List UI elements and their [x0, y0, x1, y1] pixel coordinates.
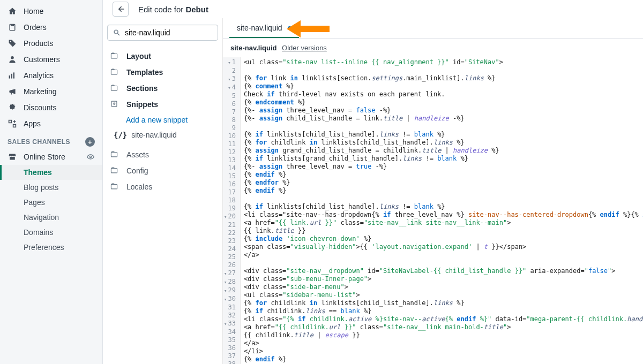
code-content[interactable]: <ul class="site-nav list--inline {{ nav_…: [241, 57, 643, 364]
nav-navigation[interactable]: Navigation: [0, 210, 102, 225]
svg-point-7: [89, 156, 91, 157]
folder-icon: [110, 52, 119, 60]
folder-sections[interactable]: Sections: [107, 80, 218, 96]
tab-label: site-nav.liquid: [237, 24, 282, 32]
folder-icon: [110, 166, 119, 175]
add-channel-button[interactable]: +: [85, 137, 95, 147]
svg-rect-15: [111, 169, 117, 173]
page-title: Edit code for Debut: [138, 5, 208, 14]
crumb-file: site-nav.liquid: [230, 44, 276, 52]
nav-domains[interactable]: Domains: [0, 225, 102, 240]
add-snippet-link[interactable]: Add a new snippet: [107, 112, 218, 127]
nav-label: Discounts: [24, 103, 56, 112]
nav-customers[interactable]: Customers: [0, 51, 102, 67]
nav-label: Customers: [24, 55, 60, 64]
nav-discounts[interactable]: Discounts: [0, 100, 102, 116]
nav-label: Online Store: [24, 153, 65, 161]
folder-templates[interactable]: Templates: [107, 64, 218, 80]
nav-pages[interactable]: Pages: [0, 195, 102, 210]
sales-channels-header: SALES CHANNELS +: [0, 132, 102, 149]
code-area[interactable]: 1234567891011121314151617181920212223242…: [223, 57, 643, 364]
svg-rect-16: [111, 185, 117, 189]
store-icon: [8, 152, 17, 162]
svg-rect-4: [13, 72, 14, 78]
nav-marketing[interactable]: Marketing: [0, 84, 102, 100]
nav-label: Marketing: [24, 87, 56, 96]
download-icon: [110, 100, 119, 109]
svg-point-1: [11, 56, 14, 59]
liquid-file-icon: {/}: [114, 131, 127, 139]
search-icon: [113, 29, 121, 36]
svg-rect-2: [9, 75, 10, 79]
folder-label: Snippets: [126, 100, 158, 109]
older-versions-link[interactable]: Older versions: [282, 44, 327, 52]
svg-rect-3: [11, 74, 12, 79]
nav-label: Orders: [24, 23, 47, 32]
folder-label: Layout: [126, 52, 151, 60]
main-pane: Edit code for Debut Layout Templates Sec…: [103, 0, 643, 364]
file-tree-panel: Layout Templates Sections Snippets Add a…: [103, 18, 223, 364]
nav-preferences[interactable]: Preferences: [0, 240, 102, 255]
folder-label: Sections: [126, 84, 158, 93]
svg-rect-14: [111, 153, 117, 157]
folder-config[interactable]: Config: [107, 163, 218, 179]
nav-apps[interactable]: Apps: [0, 116, 102, 132]
file-search[interactable]: [107, 25, 218, 41]
folder-label: Config: [126, 166, 148, 175]
folder-label: Locales: [126, 183, 152, 191]
folder-snippets[interactable]: Snippets: [107, 96, 218, 112]
svg-rect-10: [111, 54, 117, 58]
svg-rect-5: [9, 120, 12, 123]
svg-point-8: [114, 30, 118, 34]
folder-icon: [110, 68, 119, 77]
folder-icon: [110, 84, 119, 93]
apps-icon: [8, 119, 17, 128]
nav-label: Home: [24, 7, 43, 16]
file-label: site-nav.liquid: [131, 131, 177, 139]
topbar: Edit code for Debut: [103, 0, 643, 18]
nav-label: Analytics: [24, 71, 54, 80]
folder-label: Assets: [126, 150, 149, 159]
svg-rect-11: [111, 70, 117, 74]
nav-products[interactable]: Products: [0, 35, 102, 51]
nav-online-store[interactable]: Online Store: [0, 149, 102, 165]
discount-icon: [8, 103, 17, 112]
editor-tabs: site-nav.liquid: [223, 18, 643, 39]
nav-orders[interactable]: Orders: [0, 19, 102, 35]
orders-icon: [8, 22, 17, 32]
folder-assets[interactable]: Assets: [107, 147, 218, 163]
svg-rect-12: [111, 86, 117, 90]
file-search-input[interactable]: [125, 28, 200, 37]
file-site-nav[interactable]: {/}site-nav.liquid: [107, 127, 218, 142]
folder-icon: [110, 183, 119, 191]
tab-site-nav[interactable]: site-nav.liquid: [229, 19, 299, 38]
analytics-icon: [8, 71, 17, 80]
line-gutter: 1234567891011121314151617181920212223242…: [223, 57, 241, 364]
folder-layout[interactable]: Layout: [107, 48, 218, 64]
back-button[interactable]: [113, 2, 129, 17]
megaphone-icon: [8, 87, 17, 96]
code-editor: site-nav.liquid site-nav.liquid Older ve…: [223, 18, 643, 364]
nav-label: Apps: [24, 119, 41, 128]
folder-icon: [110, 150, 119, 159]
file-breadcrumb: site-nav.liquid Older versions: [223, 39, 643, 57]
nav-blog-posts[interactable]: Blog posts: [0, 180, 102, 195]
folder-label: Templates: [126, 68, 163, 77]
svg-rect-6: [13, 125, 16, 127]
admin-sidebar: Home Orders Products Customers Analytics…: [0, 0, 103, 364]
nav-home[interactable]: Home: [0, 3, 102, 19]
nav-label: Products: [24, 39, 53, 48]
person-icon: [8, 55, 17, 64]
nav-analytics[interactable]: Analytics: [0, 67, 102, 84]
tag-icon: [8, 39, 17, 48]
nav-themes[interactable]: Themes: [0, 165, 102, 180]
home-icon: [8, 6, 17, 16]
folder-locales[interactable]: Locales: [107, 179, 218, 195]
unsaved-dot-icon: [288, 26, 291, 30]
view-store-icon[interactable]: [86, 153, 95, 161]
channels-label: SALES CHANNELS: [8, 138, 70, 146]
